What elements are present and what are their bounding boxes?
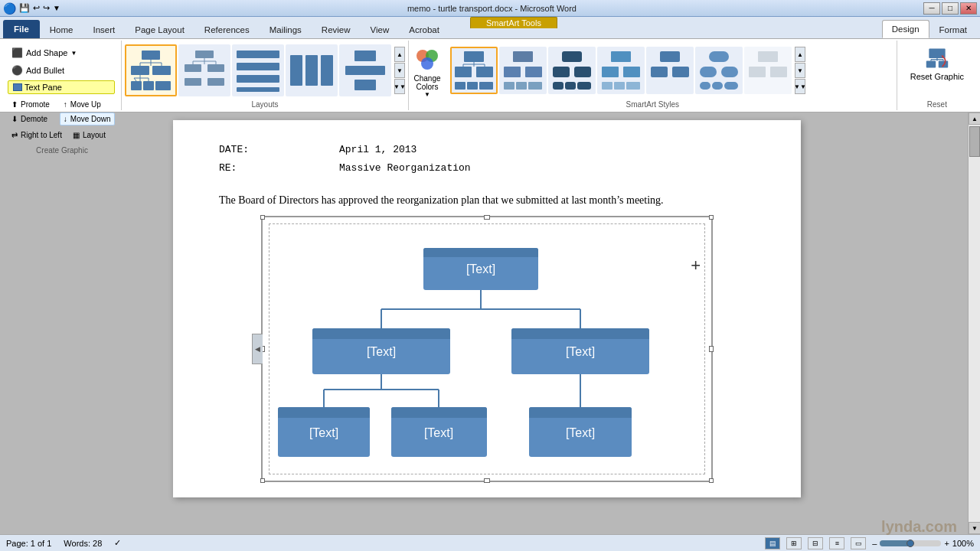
layouts-group: ▲ ▼ ▼▼ Layouts	[122, 41, 409, 110]
scroll-down-button[interactable]: ▼	[969, 522, 980, 534]
change-colors-arrow[interactable]: ▼	[424, 91, 430, 98]
smartart-styles-scroll-down[interactable]: ▼	[795, 63, 805, 78]
tab-review[interactable]: Review	[312, 20, 361, 38]
layout-thumb-1[interactable]	[125, 44, 177, 96]
smartart-styles-grid: ChangeColors ▼	[412, 42, 893, 99]
smartart-styles-scroll-more[interactable]: ▼▼	[795, 79, 805, 94]
resize-handle-br[interactable]	[709, 478, 714, 483]
view-outline[interactable]: ≡	[829, 537, 844, 549]
maximize-button[interactable]: □	[942, 2, 959, 15]
tab-mailings[interactable]: Mailings	[260, 20, 312, 38]
style-thumb-6[interactable]	[695, 47, 743, 94]
minimize-button[interactable]: ─	[923, 2, 940, 15]
layouts-grid: ▲ ▼ ▼▼	[125, 42, 405, 99]
title-bar-left: 🔵 💾 ↩ ↪ ▼	[3, 2, 60, 15]
move-up-button[interactable]: ↑ Move Up	[60, 98, 115, 111]
view-print-layout[interactable]: ▤	[765, 537, 780, 549]
tab-format[interactable]: Format	[929, 20, 977, 38]
style-thumb-4[interactable]	[597, 47, 645, 94]
svg-rect-25	[237, 75, 279, 83]
reset-label: Reset	[927, 99, 947, 109]
layouts-scroll-down[interactable]: ▼	[394, 63, 405, 78]
layout-svg-4	[289, 47, 335, 93]
layout-thumb-3[interactable]	[232, 44, 284, 96]
tab-home[interactable]: Home	[40, 20, 83, 38]
quick-access-more[interactable]: ▼	[53, 4, 60, 12]
view-web-layout[interactable]: ⊟	[808, 537, 823, 549]
app-body: DATE: April 1, 2013 RE: Massive Reorgani…	[0, 112, 980, 534]
status-bar: Page: 1 of 1 Words: 28 ✓ ▤ ⊞ ⊟ ≡ ▭ – + 1…	[0, 534, 980, 551]
smartart-styles-scroll-up[interactable]: ▲	[795, 47, 805, 62]
svg-rect-3	[131, 81, 142, 90]
svg-text:[Text]: [Text]	[566, 345, 595, 358]
view-full-screen[interactable]: ⊞	[786, 537, 802, 549]
promote-label: Promote	[21, 100, 50, 109]
window-controls: ─ □ ✕	[923, 2, 977, 15]
svg-rect-66	[672, 67, 689, 77]
tab-design[interactable]: Design	[882, 20, 929, 38]
resize-handle-bl[interactable]	[260, 478, 265, 483]
promote-button[interactable]: ⬆ Promote	[8, 98, 54, 111]
tab-page-layout[interactable]: Page Layout	[125, 20, 194, 38]
svg-rect-77	[926, 61, 936, 68]
close-button[interactable]: ✕	[960, 2, 977, 15]
layouts-scroll-up[interactable]: ▲	[394, 47, 405, 62]
zoom-thumb[interactable]	[906, 540, 914, 547]
reset-graphic-button[interactable]: Reset Graphic	[903, 42, 971, 85]
svg-rect-2	[152, 66, 171, 75]
style-thumb-3[interactable]	[548, 47, 596, 94]
svg-rect-50	[516, 82, 527, 90]
tab-acrobat[interactable]: Acrobat	[399, 20, 449, 38]
tab-insert[interactable]: Insert	[83, 20, 126, 38]
resize-handle-right[interactable]	[709, 346, 714, 352]
tab-file[interactable]: File	[3, 20, 40, 38]
svg-point-35	[421, 57, 433, 70]
svg-rect-18	[207, 78, 224, 86]
quick-access-redo[interactable]: ↪	[43, 3, 50, 13]
svg-rect-56	[565, 82, 576, 90]
style-thumb-1[interactable]	[450, 47, 498, 94]
zoom-in-button[interactable]: +	[944, 539, 949, 548]
scroll-thumb[interactable]	[969, 126, 980, 157]
view-draft[interactable]: ▭	[851, 537, 866, 549]
zoom-bar[interactable]	[880, 540, 941, 546]
proofing-icon[interactable]: ✓	[114, 538, 121, 548]
tab-view[interactable]: View	[361, 20, 400, 38]
scroll-track	[969, 125, 980, 522]
smartart-styles-scroll: ▲ ▼ ▼▼	[795, 47, 805, 94]
style-thumb-7[interactable]	[744, 47, 792, 94]
panel-handle[interactable]: ◀	[252, 334, 263, 364]
layouts-scroll-more[interactable]: ▼▼	[394, 79, 405, 94]
svg-rect-49	[504, 82, 514, 90]
add-shape-button[interactable]: ⬛ Add Shape ▼	[8, 45, 115, 60]
svg-rect-23	[237, 51, 279, 58]
style-thumb-5[interactable]	[646, 47, 694, 94]
svg-rect-38	[476, 67, 493, 77]
zoom-fill	[880, 540, 910, 546]
scroll-up-button[interactable]: ▲	[969, 112, 980, 125]
re-label: RE:	[219, 162, 288, 174]
status-left: Page: 1 of 1 Words: 28 ✓	[6, 538, 121, 548]
smartart-container[interactable]: + ◀	[261, 216, 713, 482]
add-bullet-button[interactable]: ⚫ Add Bullet	[8, 63, 115, 78]
text-pane-button[interactable]: Text Pane	[8, 80, 115, 94]
layout-thumb-2[interactable]	[178, 44, 230, 96]
reset-group: Reset Graphic Reset	[897, 41, 977, 110]
svg-rect-14	[195, 51, 214, 58]
svg-rect-67	[709, 51, 729, 62]
svg-rect-26	[237, 87, 279, 92]
add-shape-dropdown-icon[interactable]: ▼	[70, 50, 77, 57]
layout-thumb-4[interactable]	[286, 44, 338, 96]
change-colors-btn[interactable]: ChangeColors ▼	[412, 44, 443, 98]
zoom-out-button[interactable]: –	[872, 539, 877, 548]
date-line: DATE: April 1, 2013	[219, 143, 755, 155]
tab-references[interactable]: References	[194, 20, 260, 38]
resize-handle-bottom[interactable]	[484, 478, 490, 483]
zoom-level[interactable]: 100%	[952, 539, 974, 548]
resize-handle-tr[interactable]	[709, 215, 714, 220]
svg-rect-55	[553, 82, 564, 90]
style-thumb-2[interactable]	[499, 47, 547, 94]
quick-access-undo[interactable]: ↩	[33, 3, 40, 13]
quick-access-save[interactable]: 💾	[19, 3, 30, 13]
layout-thumb-5[interactable]	[339, 44, 391, 96]
